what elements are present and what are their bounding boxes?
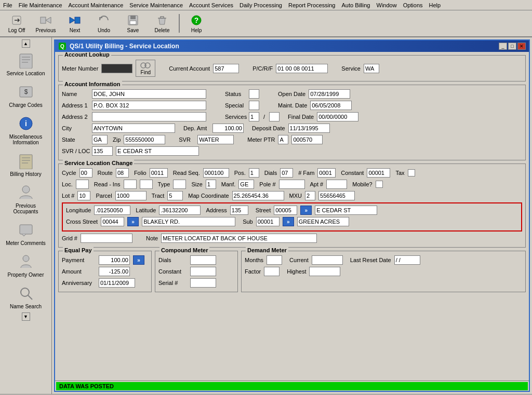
current-account-input[interactable]	[213, 64, 239, 73]
state-input[interactable]	[92, 135, 108, 144]
services-input1[interactable]	[249, 112, 259, 121]
longitude-input[interactable]	[94, 206, 130, 215]
size-input[interactable]	[206, 180, 216, 189]
service-input[interactable]	[364, 64, 379, 73]
cycle-input[interactable]	[79, 168, 92, 178]
maint-date-input[interactable]	[310, 101, 352, 110]
status-input[interactable]	[249, 89, 259, 99]
svrloc-input1[interactable]	[92, 146, 113, 156]
dialog-maximize-button[interactable]: □	[508, 43, 516, 50]
logoff-button[interactable]: Log Off	[3, 12, 30, 35]
undo-button[interactable]: Undo	[90, 12, 117, 35]
svr-input[interactable]	[197, 135, 234, 144]
apt-input[interactable]	[326, 180, 347, 189]
help-button[interactable]: ? Help	[183, 12, 210, 35]
cross-street-name-input[interactable]	[142, 217, 235, 226]
lot-input[interactable]	[77, 191, 90, 200]
menu-auto-billing[interactable]: Auto Billing	[338, 1, 373, 9]
menu-file-maintenance[interactable]: File Maintenance	[16, 1, 65, 9]
map-coord-input[interactable]	[232, 191, 284, 200]
address2-input[interactable]	[92, 112, 206, 121]
sidebar-item-charge-codes[interactable]: $ Charge Codes	[1, 79, 51, 111]
save-button[interactable]: Save	[119, 12, 147, 35]
menu-service-maintenance[interactable]: Service Maintenance	[126, 1, 186, 9]
services-input2[interactable]	[269, 112, 280, 121]
dials-input[interactable]	[280, 168, 293, 178]
final-date-input[interactable]	[317, 112, 358, 121]
delete-button[interactable]: Delete	[149, 12, 176, 35]
name-input[interactable]	[92, 89, 206, 99]
dialog-close-button[interactable]: ✕	[517, 43, 526, 50]
latitude-input[interactable]	[159, 206, 201, 215]
street-arrow-button[interactable]: »	[300, 206, 312, 215]
menu-account-services[interactable]: Account Services	[186, 1, 236, 9]
tax-checkbox[interactable]	[408, 169, 415, 176]
address-input[interactable]	[230, 206, 248, 215]
menu-help[interactable]: Help	[426, 1, 444, 9]
cm-serial-input[interactable]	[190, 278, 216, 288]
deposit-date-input[interactable]	[288, 124, 330, 133]
city-input[interactable]	[92, 124, 175, 133]
dialog-minimize-button[interactable]: _	[499, 43, 507, 50]
folio-input[interactable]	[150, 168, 168, 178]
menu-report-processing[interactable]: Report Processing	[285, 1, 339, 9]
fam-input[interactable]	[317, 168, 336, 178]
meter-ptr-input1[interactable]	[278, 135, 288, 144]
payment-arrow-button[interactable]: »	[133, 255, 144, 265]
street-name-input[interactable]	[315, 206, 377, 215]
loc-input[interactable]	[76, 180, 89, 189]
note-input[interactable]	[161, 234, 317, 243]
read-seq-input[interactable]	[203, 168, 229, 178]
amount-input[interactable]	[99, 267, 130, 276]
sidebar-item-billing-history[interactable]: Billing History	[1, 148, 51, 180]
sidebar-item-property-owner[interactable]: Property Owner	[1, 249, 51, 281]
dm-factor-input[interactable]	[264, 267, 280, 276]
menu-window[interactable]: Window	[374, 1, 400, 9]
anniversary-input[interactable]	[99, 278, 135, 288]
grid-input[interactable]	[81, 234, 132, 243]
sidebar-scroll-down[interactable]: ▼	[22, 312, 30, 321]
sub-code-input[interactable]	[256, 217, 280, 226]
pcrf-input[interactable]	[276, 64, 328, 73]
constant-input[interactable]	[367, 168, 390, 178]
sidebar-item-previous-occupants[interactable]: Previous Occupants	[1, 180, 51, 217]
mobile-checkbox[interactable]	[376, 181, 383, 188]
route-input[interactable]	[116, 168, 129, 178]
cm-dials-input[interactable]	[190, 255, 216, 265]
mxu-input1[interactable]	[305, 191, 315, 200]
sidebar-item-service-location[interactable]: Service Location	[1, 48, 51, 79]
sub-arrow-button[interactable]: »	[283, 217, 294, 226]
tract-input[interactable]	[167, 191, 183, 200]
menu-daily-processing[interactable]: Daily Processing	[236, 1, 285, 9]
type-input[interactable]	[173, 180, 186, 189]
sub-name-input[interactable]	[297, 217, 349, 226]
read-ins-input1[interactable]	[124, 180, 137, 189]
dm-highest-input[interactable]	[309, 267, 340, 276]
sidebar-item-misc-info[interactable]: i Miscellaneous Information	[1, 111, 51, 148]
pole-input[interactable]	[279, 180, 305, 189]
previous-button[interactable]: Previous	[32, 12, 59, 35]
mxu-input2[interactable]	[318, 191, 355, 200]
cm-constant-input[interactable]	[190, 267, 216, 276]
find-button[interactable]: Find	[136, 60, 155, 77]
meter-ptr-input2[interactable]	[291, 135, 323, 144]
next-button[interactable]: Next	[61, 12, 88, 35]
meter-number-input[interactable]	[101, 64, 132, 73]
cross-street-arrow-button[interactable]: »	[127, 217, 139, 226]
special-input[interactable]	[249, 101, 259, 110]
sidebar-item-meter-comments[interactable]: Meter Comments	[1, 217, 51, 249]
read-ins-input2[interactable]	[140, 180, 153, 189]
cross-street-code-input[interactable]	[101, 217, 124, 226]
dm-months-input[interactable]	[267, 255, 282, 265]
svrloc-input2[interactable]	[116, 146, 199, 156]
manf-input[interactable]	[238, 180, 254, 189]
menu-file[interactable]: File	[0, 1, 16, 9]
dm-last-reset-input[interactable]	[394, 255, 420, 265]
menu-options[interactable]: Options	[400, 1, 426, 9]
pos-input[interactable]	[249, 168, 259, 178]
parcel-input[interactable]	[115, 191, 147, 200]
sidebar-scroll-up[interactable]: ▲	[22, 39, 30, 48]
payment-input[interactable]	[99, 255, 130, 265]
address1-input[interactable]	[92, 101, 206, 110]
street-code-input[interactable]	[274, 206, 297, 215]
